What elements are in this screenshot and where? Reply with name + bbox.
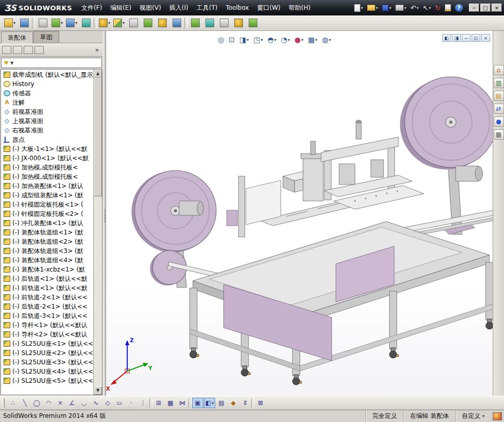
design-library-tab[interactable]: ▥ [494,78,504,88]
display-style-button[interactable]: ◓ ▾ [266,35,277,44]
dropdown-arrow-icon[interactable]: ▾ [301,38,303,42]
normal-to-button[interactable]: ▣ [192,398,203,408]
scroll-up-button[interactable]: ▲ [94,70,102,78]
rectangle-tool-button[interactable]: ▭ [114,398,125,408]
tree-filter[interactable]: ▼ [1,58,102,68]
circle-tool-button[interactable]: ◯ [31,398,42,408]
centerline-tool-button[interactable]: ⋮ [137,398,149,408]
apply-scene-button[interactable]: ▦ ▾ [306,35,319,44]
hide-show-items-button[interactable]: ◔ ▾ [280,35,291,44]
rebuild-button[interactable]: ↻ [434,4,442,12]
polygon-tool-button[interactable]: ◇ [102,398,113,408]
convert-entities-button[interactable]: ⋈ [177,398,188,408]
tree-item[interactable]: 上视基准面 [1,116,93,126]
scroll-down-button[interactable]: ▼ [94,386,102,395]
menu-help[interactable]: 帮助(H) [285,1,315,15]
dropdown-arrow-icon[interactable]: ▾ [361,6,363,10]
quick-tips-button[interactable] [493,412,502,420]
zoom-fit-button[interactable]: ◎ [216,35,225,44]
menu-window[interactable]: 窗口(W) [253,1,284,15]
menu-view[interactable]: 视图(V) [135,1,165,15]
tree-item[interactable]: History [1,79,93,89]
doc-close-button[interactable]: × [481,34,490,42]
tree-item[interactable]: (-) SL25UU座<2> (默认<< [1,348,93,358]
exploded-view-button[interactable] [155,16,169,30]
tree-item[interactable]: 右视基准面 [1,126,93,135]
doc-restore-button[interactable]: ◱ [472,34,480,42]
quick-snaps-button[interactable]: ⊞ [153,398,164,408]
maximize-button[interactable]: □ [480,4,491,12]
dropdown-arrow-icon[interactable]: ▾ [288,38,290,42]
mate-button[interactable] [18,16,31,30]
dropdown-arrow-icon[interactable]: ▾ [75,21,77,25]
performance-evaluation-button[interactable] [246,16,259,30]
tree-item[interactable]: (-) 装配体1-xcbz<1> (默 [1,265,93,274]
select-button[interactable]: ↖ ▾ [422,4,432,12]
dropdown-arrow-icon[interactable]: ▾ [482,414,484,418]
tree-item[interactable]: (-) 加热模,成型模托板< [1,172,93,181]
dropdown-arrow-icon[interactable]: ▾ [404,6,406,10]
explode-line-sketch-button[interactable] [170,16,183,30]
view-orientation-button[interactable]: ◳ ▾ [252,35,264,44]
arc-tool-button[interactable]: ◠ [43,398,54,408]
tree-item[interactable]: (-) 后轨道-2<1> (默认<< [1,302,93,311]
insert-components-button[interactable]: ▾ [3,16,16,30]
file-explorer-tab[interactable]: ▤ [494,91,504,101]
view-palette-tab[interactable]: ⇄ [494,104,504,114]
tree-item[interactable]: (-) 加热模,成型模托板< [1,163,93,172]
dropdown-arrow-icon[interactable]: ▾ [274,38,276,42]
tree-item[interactable]: (-) 大板-1<1> (默认<<默 [1,144,93,154]
panel-expand-button[interactable]: » [93,46,101,54]
zoom-area-button[interactable]: ⊡ [227,35,236,44]
reference-geometry-button[interactable]: ▾ [112,16,126,30]
open-button[interactable]: ▾ [366,4,379,11]
tree-item[interactable]: (-) 装配体轨道组<4> (默 [1,256,93,265]
dropdown-arrow-icon[interactable]: ▾ [376,6,378,10]
show-hidden-components-button[interactable] [79,16,93,30]
shaded-with-edges-button[interactable]: ◧ ▾ [204,398,215,408]
smart-fasteners-button[interactable] [36,16,49,30]
linear-component-pattern-button[interactable]: ▾ [50,16,64,30]
tree-item[interactable]: (-) 针模固定板托板<1> ( [1,200,93,209]
chamfer-tool-button[interactable]: ∠ [66,398,78,408]
graphics-viewport[interactable]: ◎ ⊡ ◨ ▾ ◳ ▾ ◓ ▾ ◔ [106,31,493,396]
save-button[interactable]: ▾ [381,4,392,12]
view-settings-button[interactable]: ◍ ▾ [320,35,332,44]
hole-alignment-button[interactable] [217,16,231,30]
measure-button[interactable] [232,16,245,30]
tab-assembly[interactable]: 装配体 [1,31,33,43]
assembly-features-button[interactable]: ▾ [98,16,111,30]
menu-edit[interactable]: 编辑(E) [106,1,135,15]
move-component-button[interactable]: ▾ [65,16,78,30]
undo-button[interactable]: ↶ ▾ [409,4,420,12]
exit-sketch-button[interactable]: ⊠ [255,398,266,408]
tree-item[interactable]: (-) SL25UU座<3> (默认<< [1,358,93,367]
dropdown-arrow-icon[interactable]: ▾ [389,6,391,10]
grid-settings-button[interactable]: ▦ [165,398,176,408]
new-document-button[interactable]: ▾ [353,4,364,12]
measure-button[interactable]: ⇕ [239,398,251,408]
dropdown-arrow-icon[interactable]: ▾ [108,21,110,25]
point-tool-button[interactable]: · [126,398,137,408]
tree-item[interactable]: (-) 装配体轨道组<1> (默 [1,228,93,237]
tree-item[interactable]: 前视基准面 [1,107,93,116]
assembly-3d-model[interactable]: Z Y X [106,31,493,396]
configurationmanager-tab[interactable] [24,46,33,54]
dropdown-arrow-icon[interactable]: ▾ [315,38,317,42]
menu-tools[interactable]: 工具(T) [193,1,222,15]
line-tool-button[interactable]: ╲ [19,398,30,408]
filter-dropdown-icon[interactable]: ▼ [10,61,13,65]
file-properties-button[interactable] [444,4,452,12]
dropdown-arrow-icon[interactable]: ▾ [416,6,419,10]
scrollbar-thumb[interactable] [94,78,102,196]
dropdown-arrow-icon[interactable]: ▾ [260,38,263,42]
tree-item[interactable]: (-) 后轨道<1> (默认<<默 [1,274,93,283]
dropdown-arrow-icon[interactable]: ▾ [212,401,214,406]
menu-toolbox[interactable]: Toolbox [221,2,253,14]
minimize-button[interactable]: − [469,4,479,12]
displaymanager-tab[interactable] [34,46,44,54]
tree-item[interactable]: (-) 导杆<2> (默认<<默认 [1,330,93,339]
close-button[interactable]: × [492,4,502,12]
material-button[interactable]: ◆ [228,398,239,408]
featuremanager-tree-tab[interactable] [2,46,11,54]
